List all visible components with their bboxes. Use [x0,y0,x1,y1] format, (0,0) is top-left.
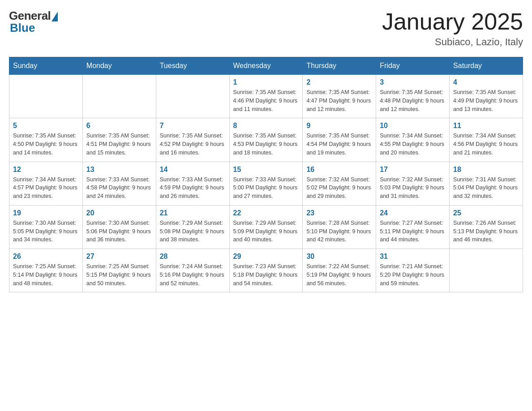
day-info: Sunrise: 7:23 AM Sunset: 5:18 PM Dayligh… [233,262,299,287]
logo-text-blue: Blue [10,21,35,35]
day-number: 27 [86,253,152,261]
day-info: Sunrise: 7:35 AM Sunset: 4:48 PM Dayligh… [380,88,446,113]
day-number: 28 [160,253,226,261]
calendar-cell: 26Sunrise: 7:25 AM Sunset: 5:14 PM Dayli… [9,249,83,292]
day-number: 26 [13,253,79,261]
day-number: 7 [160,122,226,130]
calendar-cell [9,75,83,118]
calendar-cell: 23Sunrise: 7:28 AM Sunset: 5:10 PM Dayli… [303,205,376,248]
day-of-week-header: Monday [82,57,156,75]
day-number: 12 [13,166,79,174]
calendar-cell: 31Sunrise: 7:21 AM Sunset: 5:20 PM Dayli… [376,249,450,292]
day-number: 15 [233,166,299,174]
day-number: 22 [233,209,299,217]
day-info: Sunrise: 7:35 AM Sunset: 4:46 PM Dayligh… [233,88,299,113]
day-info: Sunrise: 7:29 AM Sunset: 5:08 PM Dayligh… [160,219,226,244]
day-number: 3 [380,78,446,86]
calendar-cell: 1Sunrise: 7:35 AM Sunset: 4:46 PM Daylig… [229,75,303,118]
day-of-week-header: Friday [376,57,450,75]
calendar-cell: 13Sunrise: 7:33 AM Sunset: 4:58 PM Dayli… [82,162,156,205]
calendar-cell: 29Sunrise: 7:23 AM Sunset: 5:18 PM Dayli… [229,249,303,292]
day-number: 16 [306,166,372,174]
day-info: Sunrise: 7:35 AM Sunset: 4:50 PM Dayligh… [13,132,79,157]
calendar-week-row: 12Sunrise: 7:34 AM Sunset: 4:57 PM Dayli… [9,162,523,205]
calendar-cell: 24Sunrise: 7:27 AM Sunset: 5:11 PM Dayli… [376,205,450,248]
day-info: Sunrise: 7:35 AM Sunset: 4:52 PM Dayligh… [160,132,226,157]
day-number: 25 [453,209,519,217]
calendar-week-row: 19Sunrise: 7:30 AM Sunset: 5:05 PM Dayli… [9,205,523,248]
day-number: 4 [453,78,519,86]
day-info: Sunrise: 7:31 AM Sunset: 5:04 PM Dayligh… [453,176,519,201]
day-info: Sunrise: 7:35 AM Sunset: 4:49 PM Dayligh… [453,88,519,113]
calendar-cell: 25Sunrise: 7:26 AM Sunset: 5:13 PM Dayli… [450,205,523,248]
day-number: 14 [160,166,226,174]
day-info: Sunrise: 7:29 AM Sunset: 5:09 PM Dayligh… [233,219,299,244]
day-number: 2 [306,78,372,86]
calendar-cell: 5Sunrise: 7:35 AM Sunset: 4:50 PM Daylig… [9,118,83,162]
day-info: Sunrise: 7:35 AM Sunset: 4:47 PM Dayligh… [306,88,372,113]
day-info: Sunrise: 7:32 AM Sunset: 5:03 PM Dayligh… [380,176,446,201]
day-info: Sunrise: 7:32 AM Sunset: 5:02 PM Dayligh… [306,176,372,201]
calendar-cell: 9Sunrise: 7:35 AM Sunset: 4:54 PM Daylig… [303,118,376,162]
calendar-cell: 10Sunrise: 7:34 AM Sunset: 4:55 PM Dayli… [376,118,450,162]
calendar-week-row: 5Sunrise: 7:35 AM Sunset: 4:50 PM Daylig… [9,118,523,162]
day-of-week-header: Thursday [303,57,376,75]
calendar-cell: 19Sunrise: 7:30 AM Sunset: 5:05 PM Dayli… [9,205,83,248]
day-number: 24 [380,209,446,217]
day-info: Sunrise: 7:27 AM Sunset: 5:11 PM Dayligh… [380,219,446,244]
calendar-cell: 8Sunrise: 7:35 AM Sunset: 4:53 PM Daylig… [229,118,303,162]
day-number: 17 [380,166,446,174]
calendar-cell: 21Sunrise: 7:29 AM Sunset: 5:08 PM Dayli… [156,205,229,248]
day-of-week-header: Saturday [450,57,523,75]
day-info: Sunrise: 7:30 AM Sunset: 5:06 PM Dayligh… [86,219,152,244]
calendar-cell: 6Sunrise: 7:35 AM Sunset: 4:51 PM Daylig… [82,118,156,162]
day-info: Sunrise: 7:35 AM Sunset: 4:51 PM Dayligh… [86,132,152,157]
day-number: 19 [13,209,79,217]
calendar-cell: 15Sunrise: 7:33 AM Sunset: 5:00 PM Dayli… [229,162,303,205]
day-info: Sunrise: 7:25 AM Sunset: 5:14 PM Dayligh… [13,262,79,287]
calendar-cell: 22Sunrise: 7:29 AM Sunset: 5:09 PM Dayli… [229,205,303,248]
calendar-cell: 3Sunrise: 7:35 AM Sunset: 4:48 PM Daylig… [376,75,450,118]
day-info: Sunrise: 7:34 AM Sunset: 4:57 PM Dayligh… [13,176,79,201]
day-info: Sunrise: 7:34 AM Sunset: 4:56 PM Dayligh… [453,132,519,157]
calendar-title: January 2025 [382,9,523,34]
day-info: Sunrise: 7:30 AM Sunset: 5:05 PM Dayligh… [13,219,79,244]
day-number: 18 [453,166,519,174]
calendar-cell: 20Sunrise: 7:30 AM Sunset: 5:06 PM Dayli… [82,205,156,248]
day-number: 20 [86,209,152,217]
calendar-cell: 2Sunrise: 7:35 AM Sunset: 4:47 PM Daylig… [303,75,376,118]
day-info: Sunrise: 7:26 AM Sunset: 5:13 PM Dayligh… [453,219,519,244]
calendar-cell: 14Sunrise: 7:33 AM Sunset: 4:59 PM Dayli… [156,162,229,205]
day-number: 10 [380,122,446,130]
day-number: 13 [86,166,152,174]
calendar-table: SundayMondayTuesdayWednesdayThursdayFrid… [9,57,523,292]
day-info: Sunrise: 7:35 AM Sunset: 4:54 PM Dayligh… [306,132,372,157]
logo-triangle-icon [51,12,58,21]
calendar-cell [82,75,156,118]
calendar-week-row: 26Sunrise: 7:25 AM Sunset: 5:14 PM Dayli… [9,249,523,292]
calendar-cell: 27Sunrise: 7:25 AM Sunset: 5:15 PM Dayli… [82,249,156,292]
calendar-cell: 16Sunrise: 7:32 AM Sunset: 5:02 PM Dayli… [303,162,376,205]
day-number: 5 [13,122,79,130]
day-number: 30 [306,253,372,261]
calendar-cell: 7Sunrise: 7:35 AM Sunset: 4:52 PM Daylig… [156,118,229,162]
day-info: Sunrise: 7:33 AM Sunset: 5:00 PM Dayligh… [233,176,299,201]
logo: General Blue [9,9,58,35]
day-info: Sunrise: 7:21 AM Sunset: 5:20 PM Dayligh… [380,262,446,287]
day-info: Sunrise: 7:34 AM Sunset: 4:55 PM Dayligh… [380,132,446,157]
day-info: Sunrise: 7:33 AM Sunset: 4:58 PM Dayligh… [86,176,152,201]
calendar-cell: 4Sunrise: 7:35 AM Sunset: 4:49 PM Daylig… [450,75,523,118]
calendar-week-row: 1Sunrise: 7:35 AM Sunset: 4:46 PM Daylig… [9,75,523,118]
day-number: 29 [233,253,299,261]
calendar-cell: 17Sunrise: 7:32 AM Sunset: 5:03 PM Dayli… [376,162,450,205]
calendar-cell [450,249,523,292]
day-number: 1 [233,78,299,86]
calendar-cell: 11Sunrise: 7:34 AM Sunset: 4:56 PM Dayli… [450,118,523,162]
calendar-cell: 12Sunrise: 7:34 AM Sunset: 4:57 PM Dayli… [9,162,83,205]
day-info: Sunrise: 7:33 AM Sunset: 4:59 PM Dayligh… [160,176,226,201]
day-number: 9 [306,122,372,130]
calendar-cell [156,75,229,118]
day-info: Sunrise: 7:22 AM Sunset: 5:19 PM Dayligh… [306,262,372,287]
calendar-cell: 30Sunrise: 7:22 AM Sunset: 5:19 PM Dayli… [303,249,376,292]
day-of-week-header: Sunday [9,57,83,75]
